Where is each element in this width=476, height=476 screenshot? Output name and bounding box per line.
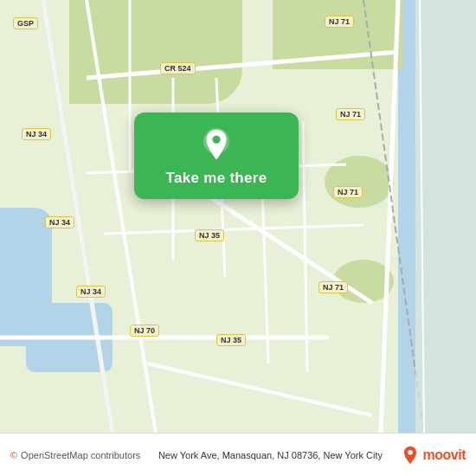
road-label-nj35-1: NJ 35 bbox=[195, 229, 224, 241]
bottom-info: © OpenStreetMap contributors bbox=[10, 450, 140, 460]
bay-water bbox=[26, 303, 113, 372]
green-area-top bbox=[69, 0, 242, 104]
road-label-nj71-4: NJ 71 bbox=[318, 281, 348, 293]
road-label-nj70: NJ 70 bbox=[130, 325, 159, 337]
map-view: GSP CR 524 NJ 71 NJ 71 NJ 71 NJ 71 NJ 34… bbox=[0, 0, 476, 433]
moovit-logo: moovit bbox=[401, 446, 466, 465]
road-label-cr524: CR 524 bbox=[160, 62, 196, 74]
bottom-bar: © OpenStreetMap contributors New York Av… bbox=[0, 433, 476, 476]
road-label-nj34-1: NJ 34 bbox=[22, 128, 51, 140]
road-label-nj71-3: NJ 71 bbox=[333, 186, 363, 198]
road-label-nj71-2: NJ 71 bbox=[336, 108, 365, 120]
green-patch-1 bbox=[325, 156, 394, 208]
road-label-nj34-3: NJ 34 bbox=[76, 286, 106, 298]
take-me-there-label: Take me there bbox=[166, 170, 267, 187]
osm-text: OpenStreetMap contributors bbox=[21, 450, 140, 460]
road-label-nj71-1: NJ 71 bbox=[325, 16, 354, 28]
take-me-there-card[interactable]: Take me there bbox=[134, 113, 299, 199]
road-label-nj34-2: NJ 34 bbox=[45, 216, 74, 228]
address-text: New York Ave, Manasquan, NJ 08736, New Y… bbox=[158, 450, 383, 460]
road-label-gsp: GSP bbox=[13, 17, 38, 29]
location-pin-icon bbox=[199, 128, 234, 163]
green-area-right bbox=[273, 0, 402, 69]
copyright-symbol: © bbox=[10, 450, 17, 460]
svg-point-19 bbox=[212, 136, 220, 144]
road-label-nj35-2: NJ 35 bbox=[216, 334, 246, 346]
moovit-brand-text: moovit bbox=[423, 447, 466, 463]
ocean-area bbox=[398, 0, 476, 433]
svg-point-20 bbox=[408, 450, 413, 455]
moovit-icon bbox=[401, 446, 420, 465]
